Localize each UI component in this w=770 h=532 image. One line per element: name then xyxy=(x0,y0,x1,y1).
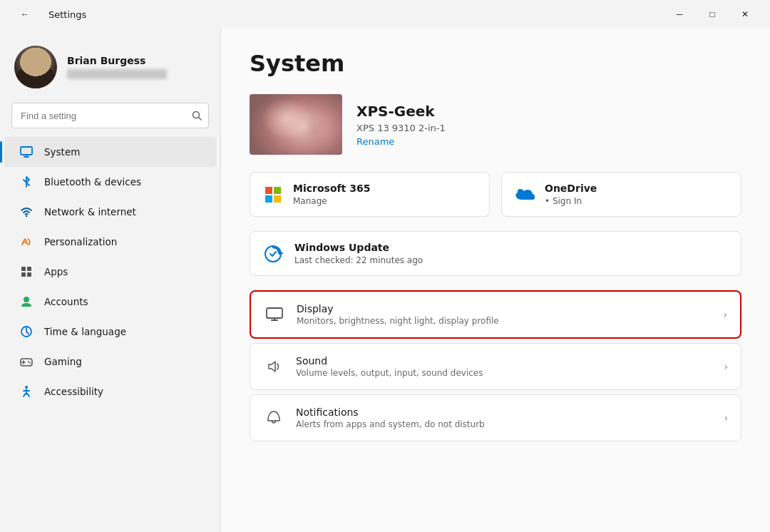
sidebar-item-label-system: System xyxy=(44,146,80,158)
sidebar-item-accessibility[interactable]: Accessibility xyxy=(4,377,216,406)
accounts-icon xyxy=(19,294,34,310)
svg-point-18 xyxy=(265,246,281,262)
notifications-chevron-icon: › xyxy=(724,412,728,424)
system-image xyxy=(250,94,342,155)
sidebar-item-label-accessibility: Accessibility xyxy=(44,386,103,397)
onedrive-card[interactable]: OneDrive • Sign In xyxy=(501,172,741,217)
sidebar-item-apps[interactable]: Apps xyxy=(4,257,216,287)
network-icon xyxy=(19,204,34,220)
settings-list: Display Monitors, brightness, night ligh… xyxy=(250,290,741,444)
windows-update-icon xyxy=(262,242,284,265)
avatar xyxy=(14,46,57,88)
gaming-icon xyxy=(19,354,34,369)
user-email xyxy=(67,69,167,79)
onedrive-info: OneDrive • Sign In xyxy=(545,183,597,206)
svg-rect-9 xyxy=(27,272,31,277)
notifications-item-desc: Alerts from apps and system, do not dist… xyxy=(296,419,712,429)
search-input[interactable] xyxy=(11,103,209,128)
close-button[interactable]: ✕ xyxy=(729,3,761,26)
notifications-item-title: Notifications xyxy=(296,406,712,418)
svg-point-16 xyxy=(29,362,31,364)
user-profile: Brian Burgess xyxy=(0,40,220,103)
settings-item-notifications[interactable]: Notifications Alerts from apps and syste… xyxy=(250,394,741,441)
onedrive-action: • Sign In xyxy=(545,196,597,206)
microsoft365-name: Microsoft 365 xyxy=(293,183,370,194)
windows-update-status: Last checked: 22 minutes ago xyxy=(294,255,423,265)
personalization-icon xyxy=(19,234,34,250)
svg-rect-8 xyxy=(21,272,26,277)
onedrive-icon xyxy=(513,183,536,206)
settings-item-display[interactable]: Display Monitors, brightness, night ligh… xyxy=(250,290,741,339)
svg-rect-7 xyxy=(27,267,31,271)
notifications-item-text: Notifications Alerts from apps and syste… xyxy=(296,406,712,429)
sidebar-item-gaming[interactable]: Gaming xyxy=(4,347,216,377)
svg-rect-19 xyxy=(267,308,282,318)
sound-item-desc: Volume levels, output, input, sound devi… xyxy=(296,368,712,378)
svg-point-10 xyxy=(24,297,29,302)
page-title: System xyxy=(250,50,741,77)
windows-update-info: Windows Update Last checked: 22 minutes … xyxy=(294,242,423,265)
system-image-visual xyxy=(250,94,342,155)
display-item-desc: Monitors, brightness, night light, displ… xyxy=(297,316,712,326)
display-icon xyxy=(264,304,285,325)
microsoft365-info: Microsoft 365 Manage xyxy=(293,183,370,206)
nav-items: System Bluetooth & devices xyxy=(0,137,220,521)
user-name: Brian Burgess xyxy=(67,55,167,66)
avatar-image xyxy=(14,46,57,88)
windows-update-card[interactable]: Windows Update Last checked: 22 minutes … xyxy=(250,231,741,276)
sidebar-item-label-network: Network & internet xyxy=(44,206,136,218)
sidebar-item-bluetooth[interactable]: Bluetooth & devices xyxy=(4,167,216,197)
windows-update-name: Windows Update xyxy=(294,242,423,253)
sound-icon xyxy=(263,356,284,377)
titlebar-left: ← Settings xyxy=(9,3,86,26)
display-item-text: Display Monitors, brightness, night ligh… xyxy=(297,303,712,326)
onedrive-name: OneDrive xyxy=(545,183,597,194)
settings-item-sound[interactable]: Sound Volume levels, output, input, soun… xyxy=(250,343,741,390)
svg-point-15 xyxy=(28,361,29,362)
notifications-icon xyxy=(263,407,284,429)
sidebar-item-personalization[interactable]: Personalization xyxy=(4,227,216,257)
sound-chevron-icon: › xyxy=(724,361,728,372)
display-item-title: Display xyxy=(297,303,712,314)
microsoft365-card[interactable]: Microsoft 365 Manage xyxy=(250,172,490,217)
sidebar-item-time[interactable]: Time & language xyxy=(4,317,216,347)
sidebar-item-label-apps: Apps xyxy=(44,266,68,277)
sidebar-item-label-accounts: Accounts xyxy=(44,296,88,307)
accessibility-icon xyxy=(19,384,34,399)
user-info: Brian Burgess xyxy=(67,55,167,79)
search-box xyxy=(11,103,209,128)
sidebar-item-label-gaming: Gaming xyxy=(44,356,82,367)
back-button[interactable]: ← xyxy=(9,3,41,26)
sound-item-text: Sound Volume levels, output, input, soun… xyxy=(296,355,712,378)
svg-rect-6 xyxy=(21,267,26,271)
system-model: XPS 13 9310 2-in-1 xyxy=(356,123,446,133)
time-icon xyxy=(19,324,34,339)
system-info: XPS-Geek XPS 13 9310 2-in-1 Rename xyxy=(356,103,446,147)
svg-point-5 xyxy=(26,215,27,217)
system-card: XPS-Geek XPS 13 9310 2-in-1 Rename xyxy=(250,94,741,155)
service-row: Microsoft 365 Manage OneDrive • Sign In xyxy=(250,172,741,217)
svg-line-1 xyxy=(199,118,202,121)
sidebar-item-accounts[interactable]: Accounts xyxy=(4,287,216,317)
titlebar: ← Settings ─ □ ✕ xyxy=(0,0,770,29)
microsoft365-icon xyxy=(262,183,284,206)
sound-item-title: Sound xyxy=(296,355,712,367)
sidebar-item-network[interactable]: Network & internet xyxy=(4,197,216,227)
titlebar-title: Settings xyxy=(48,9,86,20)
system-rename-link[interactable]: Rename xyxy=(356,136,446,147)
minimize-button[interactable]: ─ xyxy=(663,3,696,26)
svg-rect-2 xyxy=(21,147,32,155)
sidebar-item-label-time: Time & language xyxy=(44,326,126,337)
sidebar-item-label-bluetooth: Bluetooth & devices xyxy=(44,176,141,188)
sidebar-item-label-personalization: Personalization xyxy=(44,236,117,247)
apps-icon xyxy=(19,264,34,280)
titlebar-controls: ─ □ ✕ xyxy=(663,3,761,26)
content-area: System XPS-Geek XPS 13 9310 2-in-1 Renam… xyxy=(221,29,770,532)
system-icon xyxy=(19,144,34,160)
bluetooth-icon xyxy=(19,174,34,190)
microsoft365-action: Manage xyxy=(293,196,370,206)
sidebar: Brian Burgess xyxy=(0,29,221,532)
sidebar-item-system[interactable]: System xyxy=(4,137,216,167)
maximize-button[interactable]: □ xyxy=(696,3,729,26)
display-chevron-icon: › xyxy=(723,309,727,320)
